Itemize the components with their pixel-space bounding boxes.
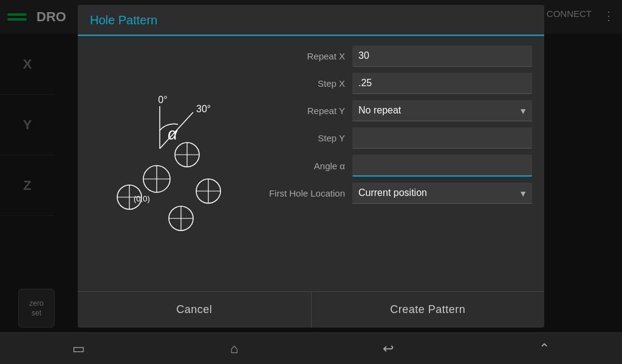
first-hole-row: First Hole Location Current position ▼ <box>248 183 532 204</box>
hole-pattern-diagram: 0° 30° α (0,0) <box>90 46 236 281</box>
step-y-input[interactable] <box>352 127 532 149</box>
angle-label: Angle α <box>248 161 345 171</box>
form-area: Repeat X Step X Repeat Y No repeat <box>248 46 532 281</box>
back-icon[interactable]: ↩ <box>383 341 394 357</box>
dialog-footer: Cancel Create Pattern <box>78 291 544 328</box>
repeat-x-input-wrap <box>352 46 532 67</box>
svg-line-4 <box>160 112 193 149</box>
repeat-y-select-wrap[interactable]: No repeat ▼ <box>352 100 532 121</box>
dialog-body: 0° 30° α (0,0) <box>78 36 544 291</box>
up-icon[interactable]: ⌃ <box>539 341 550 357</box>
angle-input[interactable] <box>352 155 532 177</box>
step-y-input-wrap <box>352 127 532 149</box>
step-x-row: Step X <box>248 73 532 94</box>
dialog-header: Hole Pattern <box>78 5 544 36</box>
cancel-button[interactable]: Cancel <box>78 292 312 328</box>
create-pattern-button[interactable]: Create Pattern <box>312 292 545 328</box>
recent-apps-icon[interactable]: ▭ <box>72 341 85 357</box>
step-x-input[interactable] <box>352 73 532 94</box>
repeat-y-select[interactable]: No repeat <box>352 100 532 121</box>
angle-input-wrap <box>352 155 532 177</box>
svg-text:0°: 0° <box>158 95 167 105</box>
svg-text:30°: 30° <box>196 104 211 114</box>
repeat-x-input[interactable] <box>352 46 532 67</box>
step-x-input-wrap <box>352 73 532 94</box>
step-y-row: Step Y <box>248 127 532 149</box>
first-hole-select-wrap[interactable]: Current position ▼ <box>352 183 532 204</box>
home-icon[interactable]: ⌂ <box>230 341 238 357</box>
dialog-title: Hole Pattern <box>90 13 157 27</box>
repeat-x-row: Repeat X <box>248 46 532 67</box>
step-y-label: Step Y <box>248 133 345 143</box>
first-hole-select[interactable]: Current position <box>352 183 532 204</box>
hole-pattern-dialog: Hole Pattern 0° 30° α <box>78 5 544 328</box>
step-x-label: Step X <box>248 78 345 89</box>
angle-row: Angle α <box>248 155 532 177</box>
repeat-y-label: Repeat Y <box>248 106 345 116</box>
repeat-y-row: Repeat Y No repeat ▼ <box>248 100 532 121</box>
bottom-nav-bar: ▭ ⌂ ↩ ⌃ <box>0 332 622 364</box>
repeat-x-label: Repeat X <box>248 51 345 61</box>
first-hole-label: First Hole Location <box>248 188 345 198</box>
